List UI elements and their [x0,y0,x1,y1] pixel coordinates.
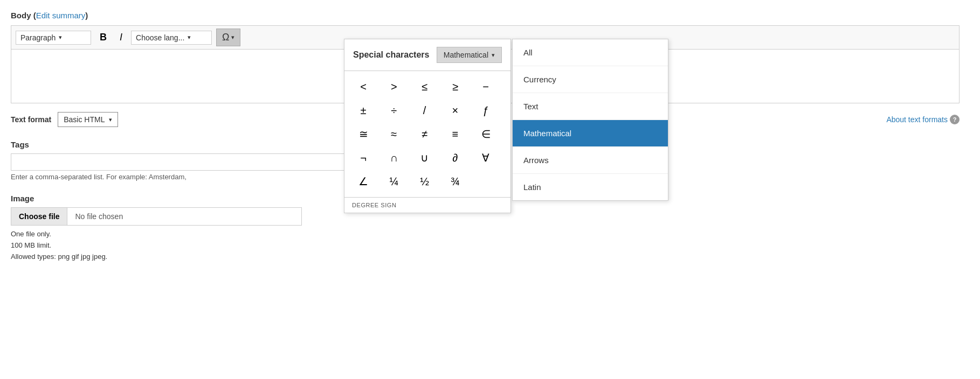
char-button[interactable]: ∪ [413,148,436,168]
char-button[interactable]: ¬ [352,148,375,168]
text-format-chevron: ▾ [109,116,112,123]
text-format-select[interactable]: Basic HTML ▾ [58,112,118,127]
category-menu-item[interactable]: Arrows [513,147,668,174]
paragraph-select[interactable]: Paragraph ▾ [16,31,91,45]
no-file-text: No file chosen [67,208,130,225]
category-menu-item[interactable]: Currency [513,66,668,93]
bold-button[interactable]: B [95,30,111,45]
char-button[interactable]: > [383,76,405,97]
category-label: Mathematical [444,51,488,59]
char-button[interactable]: ≠ [413,124,436,144]
about-text-formats-link[interactable]: About text formats ? [886,115,960,124]
special-chars-button[interactable]: Ω ▾ [216,29,240,46]
about-text-formats-label: About text formats [886,115,948,124]
char-button[interactable]: ≅ [352,124,375,144]
lang-chevron: ▾ [188,34,191,41]
file-hint-1: One file only. [11,229,969,240]
char-button[interactable]: ÷ [383,100,405,121]
category-menu-item[interactable]: Mathematical [513,120,668,147]
help-icon: ? [950,115,960,124]
paragraph-label: Paragraph [20,33,56,42]
lang-label: Choose lang... [136,33,184,42]
chars-grid: <>≤≥−±÷/×ƒ≅≈≠≡∈¬∩∪∂∀∠¼½¾ [344,71,510,197]
char-button[interactable]: ± [352,100,375,121]
omega-icon: Ω [222,32,229,43]
paragraph-chevron: ▾ [59,34,62,41]
char-button[interactable]: ¾ [444,171,466,192]
tags-input[interactable] [11,153,345,171]
char-status: DEGREE SIGN [344,197,510,213]
parens-close: ) [85,11,88,20]
body-text: Body [11,11,31,20]
text-format-value: Basic HTML [64,115,105,124]
file-hint-3: Allowed types: png gif jpg jpeg. [11,251,969,263]
special-chars-popup: Special characters Mathematical ▾ <>≤≥−±… [344,39,511,213]
char-button[interactable]: ∠ [352,171,375,192]
category-menu-item[interactable]: Text [513,93,668,120]
char-button[interactable]: ¼ [383,171,405,192]
char-button[interactable]: ∀ [474,148,497,168]
choose-file-button[interactable]: Choose file [11,208,67,225]
char-button[interactable]: × [444,100,466,121]
char-button[interactable]: ∂ [444,148,466,168]
category-menu-item[interactable]: Latin [513,174,668,200]
char-button[interactable]: ≤ [413,76,436,97]
char-button[interactable]: ƒ [474,100,497,121]
special-chars-header: Special characters Mathematical ▾ [344,39,510,71]
char-button[interactable]: / [413,100,436,121]
char-button[interactable]: ≡ [444,124,466,144]
omega-chevron: ▾ [231,34,234,41]
file-hints: One file only. 100 MB limit. Allowed typ… [11,229,969,262]
char-button[interactable]: ≈ [383,124,405,144]
char-button[interactable]: − [474,76,497,97]
char-button[interactable]: ½ [413,171,436,192]
special-chars-title: Special characters [353,50,429,60]
char-button[interactable]: ≥ [444,76,466,97]
italic-button[interactable]: I [115,30,127,45]
lang-select[interactable]: Choose lang... ▾ [131,31,212,45]
page-container: Body (Edit summary) Paragraph ▾ B I Choo… [11,11,969,262]
file-hint-2: 100 MB limit. [11,240,969,251]
category-dropdown-button[interactable]: Mathematical ▾ [437,47,502,63]
body-label: Body (Edit summary) [11,11,969,20]
text-format-label: Text format [11,115,51,124]
category-menu: AllCurrencyTextMathematicalArrowsLatin [512,39,668,201]
char-button[interactable]: ∈ [474,124,497,144]
file-input-row: Choose file No file chosen [11,207,302,226]
char-button[interactable]: ∩ [383,148,405,168]
category-chevron: ▾ [492,52,495,59]
char-button[interactable]: < [352,76,375,97]
category-menu-item[interactable]: All [513,39,668,66]
edit-summary-link[interactable]: Edit summary [36,11,86,20]
